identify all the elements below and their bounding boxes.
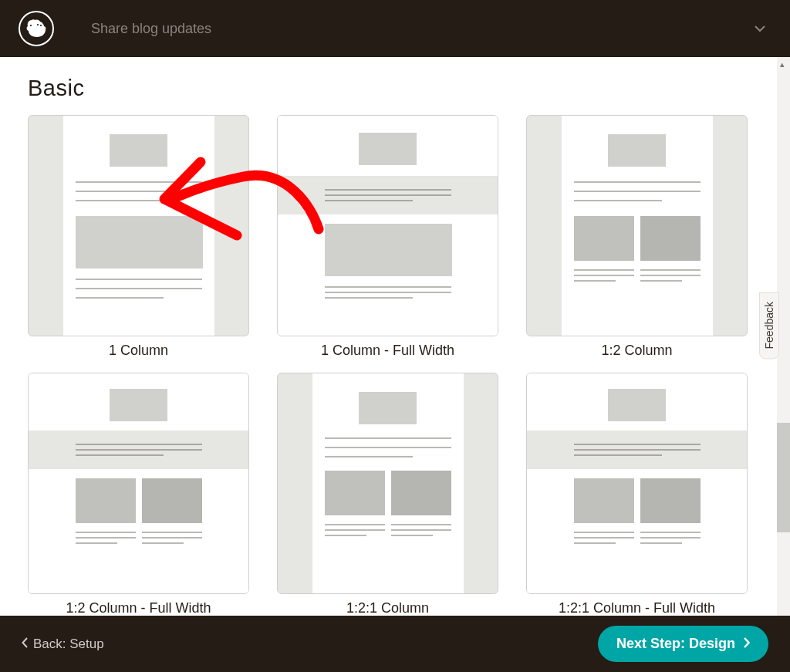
- back-link[interactable]: Back: Setup: [22, 637, 104, 652]
- content-area: Basic 1 Column: [0, 57, 790, 616]
- mailchimp-logo-icon[interactable]: [19, 11, 54, 46]
- template-label: 1 Column - Full Width: [321, 343, 454, 359]
- top-bar: Share blog updates: [0, 0, 790, 57]
- template-1-2-column[interactable]: 1:2 Column: [526, 115, 748, 359]
- template-1-2-1-column-full-width[interactable]: 1:2:1 Column - Full Width: [526, 373, 748, 616]
- template-preview: [526, 373, 748, 594]
- scrollbar-thumb[interactable]: [777, 423, 790, 532]
- template-preview: [28, 115, 249, 336]
- template-1-2-column-full-width[interactable]: 1:2 Column - Full Width: [28, 373, 249, 616]
- scroll-up-icon[interactable]: ▴: [780, 59, 785, 69]
- footer-bar: Back: Setup Next Step: Design: [0, 616, 790, 672]
- back-label: Back: Setup: [33, 637, 104, 652]
- template-preview: [28, 373, 249, 594]
- template-1-column[interactable]: 1 Column: [28, 115, 249, 359]
- template-preview: [526, 115, 748, 336]
- section-title: Basic: [28, 76, 762, 101]
- template-1-2-1-column[interactable]: 1:2:1 Column: [277, 373, 498, 616]
- template-label: 1:2 Column: [601, 343, 672, 359]
- header-title[interactable]: Share blog updates: [91, 21, 211, 37]
- next-button[interactable]: Next Step: Design: [598, 626, 768, 662]
- chevron-left-icon: [22, 637, 29, 652]
- chevron-right-icon: [743, 636, 750, 652]
- template-label: 1:2:1 Column: [346, 600, 429, 616]
- template-label: 1:2:1 Column - Full Width: [559, 600, 715, 616]
- chevron-down-icon[interactable]: [755, 23, 765, 35]
- template-preview: [277, 115, 498, 336]
- template-label: 1:2 Column - Full Width: [66, 600, 211, 616]
- template-preview: [277, 373, 498, 594]
- template-label: 1 Column: [109, 343, 168, 359]
- template-1-column-full-width[interactable]: 1 Column - Full Width: [277, 115, 498, 359]
- feedback-tab[interactable]: Feedback: [759, 292, 779, 359]
- next-button-label: Next Step: Design: [616, 636, 735, 652]
- template-grid: 1 Column: [28, 115, 762, 616]
